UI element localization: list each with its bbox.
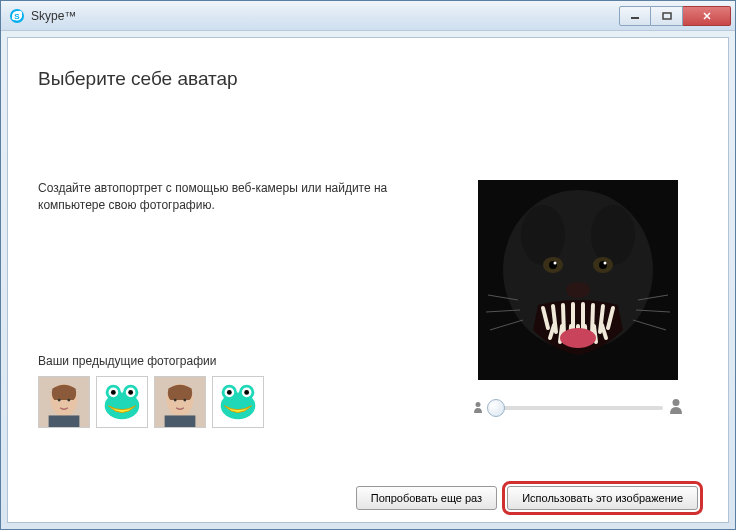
svg-point-40 [566, 282, 590, 298]
instruction-text: Создайте автопортрет с помощью веб-камер… [38, 180, 418, 214]
footer-buttons: Попробовать еще раз Использовать это изо… [38, 472, 698, 510]
svg-rect-2 [631, 17, 639, 19]
svg-point-43 [673, 399, 680, 406]
svg-text:S: S [14, 12, 20, 21]
svg-point-29 [244, 390, 249, 395]
svg-point-7 [67, 398, 70, 401]
minimize-button[interactable] [619, 6, 651, 26]
close-button[interactable] [683, 6, 731, 26]
left-column: Создайте автопортрет с помощью веб-камер… [38, 180, 458, 472]
svg-point-38 [554, 262, 557, 265]
avatar-preview [478, 180, 678, 380]
svg-point-19 [174, 398, 177, 401]
previous-thumbnail[interactable] [38, 376, 90, 428]
zoom-slider[interactable] [489, 406, 663, 410]
svg-point-20 [183, 398, 186, 401]
previous-photos-label: Ваши предыдущие фотографии [38, 354, 418, 368]
window-controls [619, 6, 731, 26]
svg-point-39 [604, 262, 607, 265]
svg-point-42 [476, 402, 481, 407]
svg-rect-21 [165, 415, 196, 427]
svg-point-6 [58, 398, 61, 401]
svg-point-28 [227, 390, 232, 395]
right-column [458, 180, 698, 472]
previous-thumbnail[interactable] [212, 376, 264, 428]
zoom-in-icon [669, 398, 683, 418]
previous-thumbnail[interactable] [96, 376, 148, 428]
main-row: Создайте автопортрет с помощью веб-камер… [38, 180, 698, 472]
previous-thumbnails [38, 376, 418, 428]
zoom-slider-thumb[interactable] [487, 399, 505, 417]
retry-button[interactable]: Попробовать еще раз [356, 486, 497, 510]
previous-thumbnail[interactable] [154, 376, 206, 428]
window-title: Skype™ [31, 9, 619, 23]
page-title: Выберите себе аватар [38, 68, 698, 90]
svg-point-32 [521, 205, 565, 265]
svg-point-33 [591, 205, 635, 265]
svg-point-15 [111, 390, 116, 395]
zoom-slider-row [473, 398, 683, 418]
use-image-button[interactable]: Использовать это изображение [507, 486, 698, 510]
content-area: Выберите себе аватар Создайте автопортре… [7, 37, 729, 523]
svg-rect-3 [663, 13, 671, 19]
skype-icon: S [9, 8, 25, 24]
titlebar: S Skype™ [1, 1, 735, 31]
app-window: S Skype™ Выберите себе аватар Создайте а… [0, 0, 736, 530]
svg-point-16 [128, 390, 133, 395]
zoom-out-icon [473, 401, 483, 415]
svg-rect-8 [49, 415, 80, 427]
maximize-button[interactable] [651, 6, 683, 26]
svg-point-41 [560, 328, 596, 348]
